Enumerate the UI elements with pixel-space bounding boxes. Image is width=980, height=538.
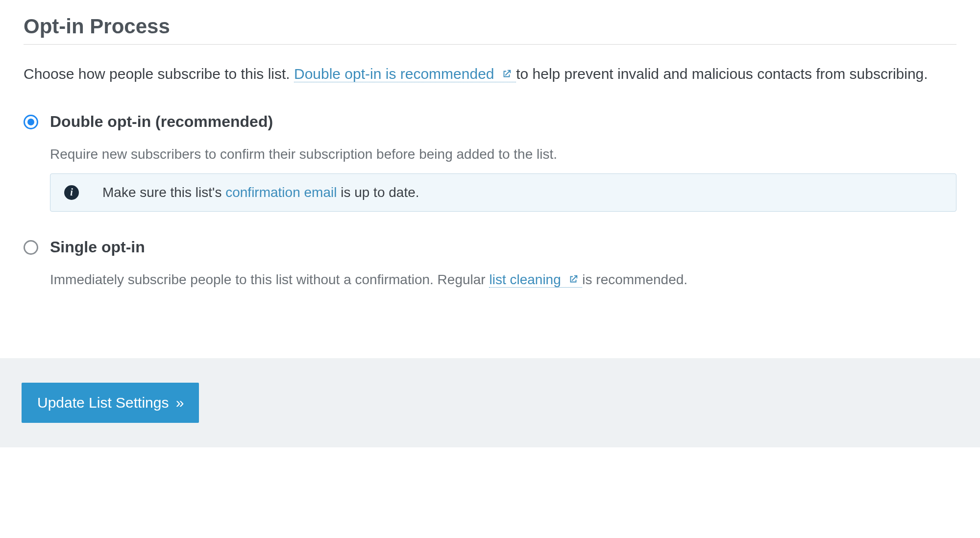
info-icon: i: [64, 185, 79, 200]
info-text: Make sure this list's confirmation email…: [102, 185, 419, 200]
chevron-right-icon: »: [176, 394, 183, 411]
option-label-double: Double opt-in (recommended): [50, 113, 956, 131]
single-desc-before: Immediately subscribe people to this lis…: [50, 272, 489, 287]
external-link-icon: [501, 64, 512, 85]
option-body: Single opt-in Immediately subscribe peop…: [50, 238, 956, 299]
radio-double-optin[interactable]: [24, 115, 38, 129]
option-double-optin[interactable]: Double opt-in (recommended) Require new …: [24, 113, 956, 212]
option-desc-double: Require new subscribers to confirm their…: [50, 145, 956, 164]
intro-text-after: to help prevent invalid and malicious co…: [516, 66, 928, 82]
list-cleaning-link[interactable]: list cleaning: [489, 272, 582, 288]
section-title: Opt-in Process: [24, 15, 956, 38]
option-single-optin[interactable]: Single opt-in Immediately subscribe peop…: [24, 238, 956, 299]
info-text-before: Make sure this list's: [102, 185, 225, 200]
confirmation-email-link[interactable]: confirmation email: [225, 185, 337, 200]
opt-in-options: Double opt-in (recommended) Require new …: [24, 113, 956, 299]
double-optin-recommended-link[interactable]: Double opt-in is recommended: [294, 66, 516, 82]
external-link-icon: [568, 270, 579, 290]
radio-single-optin[interactable]: [24, 240, 38, 255]
section-divider: [24, 44, 956, 45]
intro-text-before: Choose how people subscribe to this list…: [24, 66, 294, 82]
intro-link-text: Double opt-in is recommended: [294, 66, 494, 82]
info-box-confirmation-email: i Make sure this list's confirmation ema…: [50, 173, 956, 212]
option-body: Double opt-in (recommended) Require new …: [50, 113, 956, 212]
section-intro: Choose how people subscribe to this list…: [24, 63, 956, 85]
single-desc-after: is recommended.: [582, 272, 687, 287]
single-desc-link-text: list cleaning: [489, 272, 561, 287]
button-label: Update List Settings: [37, 394, 169, 411]
footer-bar: Update List Settings »: [0, 358, 980, 447]
option-label-single: Single opt-in: [50, 238, 956, 256]
opt-in-section: Opt-in Process Choose how people subscri…: [0, 0, 980, 299]
update-list-settings-button[interactable]: Update List Settings »: [22, 383, 199, 423]
option-desc-single: Immediately subscribe people to this lis…: [50, 270, 956, 290]
info-text-after: is up to date.: [341, 185, 419, 200]
